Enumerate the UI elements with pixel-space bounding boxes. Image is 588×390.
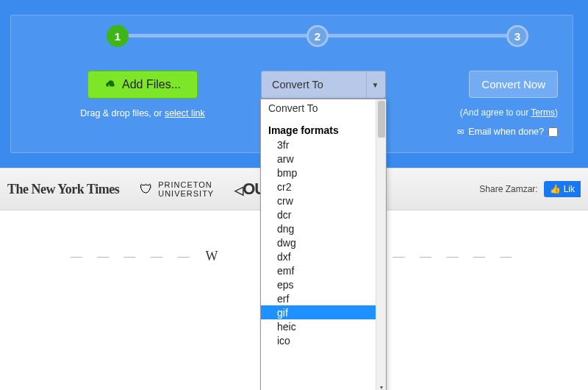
step-3-column: Convert Now (And agree to our Terms) ✉ E… [429,71,558,137]
share-section: Share Zamzar: 👍 Lik [479,181,581,197]
dashes-right: — — — — — [393,250,518,263]
chevron-down-icon: ▼ [372,81,379,89]
dropdown-option[interactable]: erf [261,291,376,305]
dropdown-option[interactable]: dcr [261,208,376,221]
convert-to-label: Convert To [272,79,323,91]
dropdown-group-label: Image formats [261,117,376,138]
scroll-thumb[interactable] [378,101,385,138]
scroll-down-icon[interactable]: ▾ [376,382,387,390]
dropdown-list: Convert To Image formats 3frarwbmpcr2crw… [261,99,376,390]
headline-partial-left: W [206,249,219,264]
dropdown-option[interactable]: 3fr [261,138,376,152]
dropdown-option[interactable]: heic [261,319,376,333]
select-link[interactable]: select link [165,108,205,118]
envelope-icon: ✉ [457,127,464,137]
share-label: Share Zamzar: [479,184,537,194]
step-2-badge: 2 [306,25,329,47]
fb-like-text: Lik [564,184,575,194]
convert-now-button[interactable]: Convert Now [469,71,558,98]
thumbs-up-icon: 👍 [550,184,561,194]
drag-drop-hint: Drag & drop files, or select link [58,108,227,118]
dropdown-option[interactable]: eps [261,277,376,291]
dropdown-option[interactable]: emf [261,263,376,277]
dropdown-option[interactable]: dng [261,221,376,235]
terms-link[interactable]: Terms [531,107,555,118]
upload-cloud-icon [104,79,116,90]
email-when-done-label: Email when done? [468,127,544,137]
convert-to-dropdown[interactable]: Convert To Image formats 3frarwbmpcr2crw… [260,99,387,390]
email-when-done-checkbox[interactable] [548,127,558,137]
dropdown-option[interactable]: ico [261,333,376,347]
add-files-label: Add Files... [122,78,181,91]
princeton-logo: 🛡 PRINCETON UNIVERSITY [140,180,214,198]
dashes-left: — — — — — [71,250,196,263]
dropdown-placeholder-option[interactable]: Convert To [261,99,376,117]
dropdown-option[interactable]: arw [261,152,376,166]
princeton-top: PRINCETON [158,180,214,189]
nyt-logo: The New York Times [7,182,119,197]
step-3-badge: 3 [506,25,528,47]
terms-prefix: (And agree to our [460,107,531,118]
caret-box: ▼ [366,71,378,98]
step-1-badge: 1 [107,25,129,47]
princeton-bottom: UNIVERSITY [158,189,214,198]
dropdown-option[interactable]: bmp [261,166,376,180]
dropdown-option[interactable]: dwg [261,235,376,249]
drag-drop-text: Drag & drop files, or [80,108,165,118]
progress-steps: 1 2 3 [107,21,528,51]
dropdown-option[interactable]: gif [261,305,376,319]
add-files-button[interactable]: Add Files... [87,71,198,99]
step-2-column: Convert To ▼ [261,71,386,99]
step-1-column: Add Files... Drag & drop files, or selec… [58,71,227,118]
dropdown-scrollbar[interactable]: ▴ ▾ [376,99,386,390]
dropdown-option[interactable]: dxf [261,249,376,263]
dropdown-option[interactable]: crw [261,194,376,208]
terms-suffix: ) [555,107,558,118]
email-when-done-row: ✉ Email when done? [429,127,558,137]
dropdown-option[interactable]: cr2 [261,180,376,194]
facebook-like-button[interactable]: 👍 Lik [544,181,581,197]
speaker-icon: ◁ [234,184,243,196]
shield-icon: 🛡 [140,182,154,197]
princeton-text: PRINCETON UNIVERSITY [158,180,214,198]
convert-to-select[interactable]: Convert To ▼ [261,71,386,99]
terms-line: (And agree to our Terms) [429,107,558,118]
